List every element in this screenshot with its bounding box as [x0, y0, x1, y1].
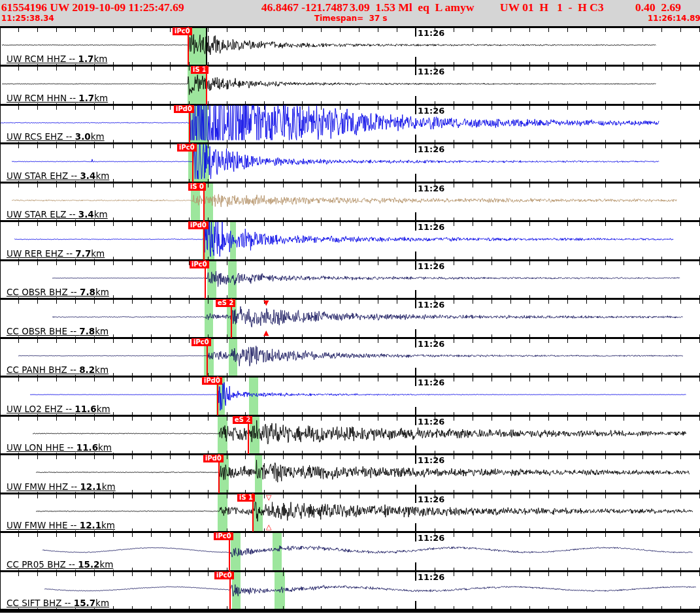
- distance-unit: km: [91, 131, 105, 142]
- minute-label: 11:26: [418, 417, 444, 427]
- amplitude-marker[interactable]: ▽: [203, 67, 208, 73]
- trace-area: iPc0UW RCM HHZ -- 1.7km11:26iS 1▽UW RCM …: [0, 0, 700, 614]
- station-name: CC PR05 BHZ --: [7, 559, 78, 570]
- minute-label: 11:26: [418, 300, 444, 310]
- distance-unit: km: [95, 326, 108, 336]
- frame-left-edge: [0, 27, 1, 609]
- station-label-cc-panh-bhz[interactable]: CC PANH BHZ -- 8.2km: [7, 365, 111, 375]
- station-label-uw-fmw-hhz[interactable]: UW FMW HHZ -- 12.1km: [7, 482, 118, 492]
- station-distance: 11.6: [76, 442, 98, 453]
- minute-label: 11:26: [418, 573, 444, 582]
- minute-label: 11:26: [418, 184, 444, 193]
- minute-label: 11:26: [418, 29, 444, 38]
- station-distance: 7.8: [79, 326, 95, 336]
- station-distance: 7.8: [80, 287, 95, 297]
- pick-label-uw-star-ehz[interactable]: iPc0: [177, 144, 197, 152]
- amplitude-marker[interactable]: ▽: [245, 417, 250, 423]
- station-label-cc-sift-bhz[interactable]: CC SIFT BHZ -- 15.7km: [7, 598, 112, 608]
- station-name: UW FMW HHZ --: [7, 481, 80, 492]
- distance-unit: km: [91, 248, 105, 259]
- pick-label-cc-panh-bhz[interactable]: iPc0: [192, 338, 211, 346]
- station-label-uw-lon-hhe[interactable]: UW LON HHE -- 11.6km: [7, 443, 114, 453]
- station-label-uw-fmw-hhe[interactable]: UW FMW HHE -- 12.1km: [7, 521, 118, 530]
- station-distance: 3.4: [78, 209, 94, 219]
- minute-label: 11:26: [418, 534, 444, 543]
- station-name: UW RCM HHN --: [7, 93, 78, 103]
- station-name: UW LO2 EHZ --: [7, 404, 75, 414]
- distance-unit: km: [94, 93, 108, 103]
- distance-unit: km: [95, 287, 109, 297]
- distance-unit: km: [102, 481, 116, 492]
- distance-unit: km: [98, 442, 112, 453]
- pick-label-cc-obsr-bhz[interactable]: iPc0: [190, 261, 209, 268]
- amplitude-marker[interactable]: ▼: [263, 300, 269, 306]
- pick-label-uw-fmw-hhe[interactable]: iS 1: [237, 494, 255, 502]
- distance-unit: km: [97, 404, 110, 414]
- station-label-uw-lo2-ehz[interactable]: UW LO2 EHZ -- 11.6km: [7, 404, 113, 414]
- minute-label: 11:26: [418, 456, 444, 465]
- station-distance: 7.7: [75, 248, 91, 259]
- minute-label: 11:26: [418, 378, 444, 387]
- station-distance: 1.7: [78, 54, 93, 64]
- station-name: CC PANH BHZ --: [7, 364, 79, 375]
- minute-label: 11:26: [418, 145, 444, 154]
- secondary-pick-line[interactable]: [206, 27, 207, 65]
- amplitude-marker[interactable]: ▽: [266, 494, 271, 501]
- station-distance: 8.2: [79, 364, 95, 375]
- pick-label-uw-rer-ehz[interactable]: iPd0: [188, 221, 208, 229]
- distance-unit: km: [93, 54, 107, 64]
- minute-label: 11:26: [418, 262, 444, 271]
- station-label-cc-pr05-bhz[interactable]: CC PR05 BHZ -- 15.2km: [7, 560, 116, 570]
- station-label-uw-rcm-hhz[interactable]: UW RCM HHZ -- 1.7km: [7, 54, 110, 64]
- station-distance: 1.7: [78, 93, 94, 103]
- station-name: UW LON HHE --: [7, 442, 76, 453]
- station-name: CC OBSR BHE --: [7, 326, 79, 336]
- distance-unit: km: [95, 598, 109, 608]
- distance-unit: km: [99, 559, 113, 570]
- station-name: CC OBSR BHZ --: [7, 287, 80, 297]
- station-distance: 3.4: [80, 170, 95, 181]
- minute-label: 11:26: [418, 340, 444, 349]
- station-name: UW RCS EHZ --: [7, 131, 75, 142]
- pick-label-uw-rcs-ehz[interactable]: iPd0: [174, 105, 194, 113]
- station-name: UW STAR EHZ --: [7, 170, 80, 181]
- station-label-uw-rer-ehz[interactable]: UW RER EHZ -- 7.7km: [7, 249, 107, 259]
- station-distance: 15.7: [74, 598, 95, 608]
- minute-label: 11:26: [418, 223, 444, 232]
- station-distance: 3.0: [75, 131, 91, 142]
- station-label-cc-obsr-bhz[interactable]: CC OBSR BHZ -- 7.8km: [7, 287, 112, 297]
- pick-label-uw-star-elz[interactable]: iS 0: [188, 183, 206, 191]
- distance-unit: km: [95, 170, 109, 181]
- station-label-uw-star-ehz[interactable]: UW STAR EHZ -- 3.4km: [7, 171, 112, 181]
- pick-label-cc-sift-bhz[interactable]: iPc0: [214, 572, 234, 579]
- station-distance: 12.1: [80, 520, 101, 530]
- distance-unit: km: [101, 520, 115, 530]
- amplitude-marker[interactable]: △: [266, 524, 271, 530]
- minute-label: 11:26: [418, 495, 444, 504]
- station-distance: 11.6: [75, 404, 96, 414]
- pick-label-cc-obsr-bhe[interactable]: eS 2: [216, 299, 235, 307]
- amplitude-marker[interactable]: ▲: [263, 330, 269, 336]
- station-name: UW RCM HHZ --: [7, 54, 78, 64]
- pick-label-uw-lo2-ehz[interactable]: iPd0: [202, 377, 222, 385]
- pick-label-uw-rcm-hhz[interactable]: iPc0: [173, 27, 192, 35]
- station-label-uw-star-elz[interactable]: UW STAR ELZ -- 3.4km: [7, 210, 110, 219]
- distance-unit: km: [94, 209, 108, 219]
- station-label-uw-rcs-ehz[interactable]: UW RCS EHZ -- 3.0km: [7, 132, 107, 142]
- pick-label-cc-pr05-bhz[interactable]: iPc0: [214, 532, 233, 540]
- station-distance: 12.1: [80, 481, 101, 492]
- station-name: CC SIFT BHZ --: [7, 598, 74, 608]
- seismogram-viewer: iPc0UW RCM HHZ -- 1.7km11:26iS 1▽UW RCM …: [0, 0, 700, 614]
- distance-unit: km: [95, 364, 108, 375]
- station-name: UW STAR ELZ --: [7, 209, 78, 219]
- station-label-uw-rcm-hhn[interactable]: UW RCM HHN -- 1.7km: [7, 93, 110, 103]
- pick-label-uw-fmw-hhz[interactable]: iPd0: [203, 455, 224, 462]
- station-distance: 15.2: [78, 559, 99, 570]
- minute-label: 11:26: [418, 106, 444, 116]
- station-name: UW FMW HHE --: [7, 520, 80, 530]
- station-name: UW RER EHZ --: [7, 248, 75, 259]
- station-label-cc-obsr-bhe[interactable]: CC OBSR BHE -- 7.8km: [7, 327, 111, 336]
- minute-label: 11:26: [418, 67, 444, 76]
